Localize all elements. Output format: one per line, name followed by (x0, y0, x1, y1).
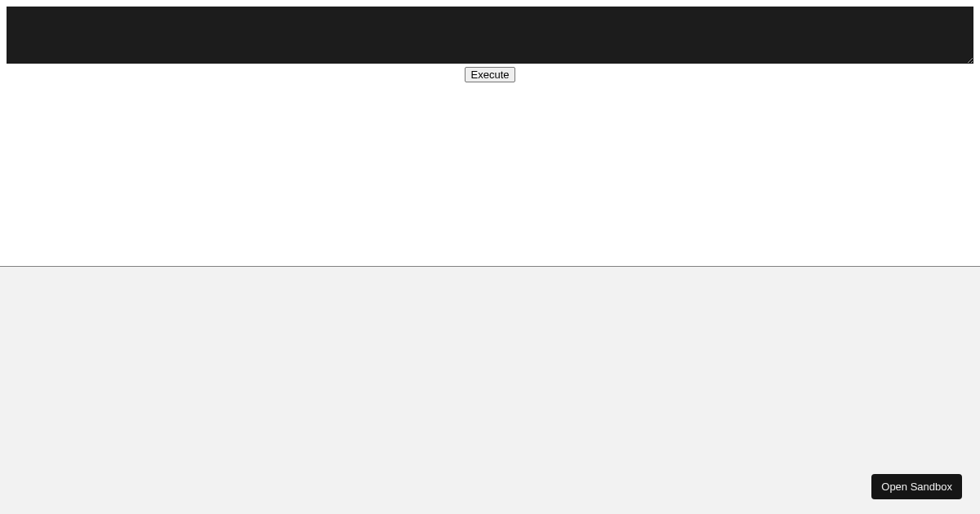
execute-row: Execute (465, 67, 516, 82)
open-sandbox-button[interactable]: Open Sandbox (871, 474, 962, 499)
execute-button[interactable]: Execute (465, 67, 516, 82)
code-input[interactable] (7, 7, 973, 64)
output-pane: Open Sandbox (0, 267, 980, 514)
editor-pane: Execute (0, 0, 980, 267)
